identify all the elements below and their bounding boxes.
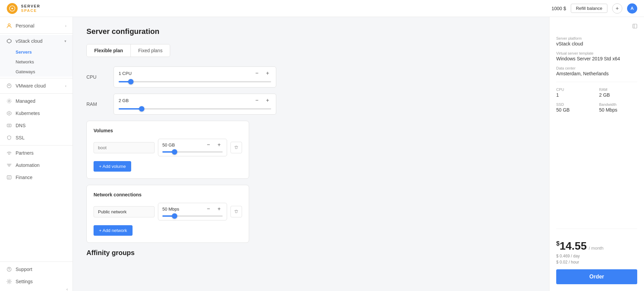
sidebar-item-kubernetes[interactable]: Kubernetes — [0, 107, 73, 119]
price-amount: 14.55 — [560, 240, 587, 252]
ram-decrement-button[interactable]: − — [253, 97, 260, 104]
sidebar-item-partners[interactable]: Partners — [0, 147, 73, 159]
svg-point-9 — [8, 153, 10, 155]
vstack-icon — [6, 38, 12, 44]
sidebar-item-vmware[interactable]: VMware cloud ‹ — [0, 80, 73, 92]
settings-label: Settings — [16, 279, 33, 284]
sidebar-item-finance[interactable]: Finance — [0, 171, 73, 183]
svg-rect-14 — [633, 24, 637, 28]
cpu-increment-button[interactable]: + — [264, 70, 271, 77]
price-hour: $ 0.02 / hour — [556, 260, 637, 265]
cpu-slider-track-wrap — [119, 79, 271, 84]
add-network-button[interactable]: + Add network — [94, 225, 133, 236]
plan-tabs: Flexible plan Fixed plans — [86, 44, 170, 57]
ram-increment-button[interactable]: + — [264, 97, 271, 104]
order-button[interactable]: Order — [556, 269, 637, 284]
vmware-icon — [6, 83, 12, 89]
ram-slider-track — [119, 108, 271, 110]
topbar-right: 1000 $ Refill balance + A — [551, 3, 637, 14]
ram-slider-track-wrap — [119, 106, 271, 112]
panel-ssd-item: SSD 50 GB — [556, 102, 595, 113]
volumes-card: Volumes 50 GB − + — [86, 121, 249, 179]
sidebar-item-settings[interactable]: Settings — [0, 275, 73, 288]
cpu-label: CPU — [86, 74, 114, 80]
sidebar-item-networks[interactable]: Networks — [16, 57, 73, 67]
affinity-title: Affinity groups — [86, 249, 536, 257]
ram-slider-fill — [119, 108, 142, 110]
sidebar-item-vstack[interactable]: vStack cloud ▾ — [0, 35, 73, 47]
ram-slider-thumb[interactable] — [139, 106, 144, 112]
network-delete-button[interactable] — [230, 206, 242, 217]
vstack-sub: Servers Networks Gateways — [0, 47, 73, 77]
sidebar-item-ssl[interactable]: SSL — [0, 132, 73, 144]
network-decrement-button[interactable]: − — [205, 205, 212, 213]
volume-slider-track-wrap — [162, 150, 223, 154]
dns-label: DNS — [16, 123, 26, 128]
tab-fixed[interactable]: Fixed plans — [131, 44, 170, 57]
sidebar-item-dns[interactable]: DNS — [0, 119, 73, 132]
panel-specs-grid: CPU 1 RAM 2 GB SSD 50 GB Bandwidth 50 Mb… — [556, 88, 637, 113]
sidebar: Personal › vStack cloud ▾ Servers Networ… — [0, 17, 73, 291]
panel-ssd-label: SSD — [556, 102, 595, 106]
network-card: Network connections Public network 50 Mb… — [86, 185, 249, 243]
volume-slider-thumb[interactable] — [172, 149, 177, 155]
ram-slider-container: 2 GB − + — [114, 94, 276, 115]
sidebar-item-servers[interactable]: Servers — [16, 47, 73, 57]
vstack-label: vStack cloud — [16, 38, 42, 44]
server-platform-label: Server platform — [556, 36, 637, 40]
sidebar-item-automation[interactable]: Automation — [0, 159, 73, 171]
plus-icon: + — [616, 5, 619, 12]
price-section: $14.55 / month $ 0.469 / day $ 0.02 / ho… — [556, 234, 637, 284]
network-row: Public network 50 Mbps − + — [94, 203, 242, 220]
cpu-slider-thumb[interactable] — [128, 79, 134, 84]
network-type-select[interactable]: Public network — [94, 206, 155, 217]
price-dollar: $ — [556, 240, 560, 247]
volume-row: 50 GB − + — [94, 139, 242, 156]
partners-icon — [6, 150, 12, 156]
volume-decrement-button[interactable]: − — [205, 141, 212, 149]
network-slider-thumb[interactable] — [172, 213, 177, 219]
avatar[interactable]: A — [627, 3, 637, 14]
network-slider-top: 50 Mbps − + — [162, 205, 223, 213]
add-volume-button[interactable]: + Add volume — [94, 161, 131, 172]
dns-icon — [6, 122, 12, 129]
panel-ram-item: RAM 2 GB — [599, 88, 638, 98]
sidebar-item-gateways[interactable]: Gateways — [16, 67, 73, 77]
panel-icon — [632, 24, 637, 28]
refill-balance-button[interactable]: Refill balance — [571, 4, 607, 13]
sidebar-item-managed[interactable]: Managed — [0, 95, 73, 107]
volume-delete-button[interactable] — [230, 142, 242, 153]
sidebar-item-support[interactable]: Support — [0, 263, 73, 275]
network-controls: − + — [205, 205, 223, 213]
sidebar-item-personal[interactable]: Personal › — [0, 20, 73, 32]
logo-area: SERVER SPACE — [7, 3, 40, 14]
add-button[interactable]: + — [612, 3, 622, 14]
vmware-label: VMware cloud — [16, 83, 46, 89]
network-increment-button[interactable]: + — [216, 205, 223, 213]
volumes-title: Volumes — [94, 128, 242, 133]
personal-arrow: › — [65, 24, 66, 28]
managed-label: Managed — [16, 98, 35, 104]
vstack-group: vStack cloud ▾ Servers Networks Gateways — [0, 35, 73, 77]
volume-controls: − + — [205, 141, 223, 149]
partners-label: Partners — [16, 150, 34, 156]
page-title: Server configuration — [86, 27, 536, 36]
panel-collapse-button[interactable] — [632, 24, 637, 30]
cpu-slider-top: 1 CPU − + — [119, 70, 271, 77]
trash-icon-network — [234, 209, 239, 214]
main-layout: Personal › vStack cloud ▾ Servers Networ… — [0, 17, 644, 291]
cpu-decrement-button[interactable]: − — [253, 70, 260, 77]
panel-cpu-item: CPU 1 — [556, 88, 595, 98]
divider-3 — [0, 93, 73, 94]
volume-increment-button[interactable]: + — [216, 141, 223, 149]
volume-name-input[interactable] — [94, 142, 155, 153]
logo-icon — [7, 3, 18, 14]
svg-rect-10 — [7, 176, 11, 179]
volume-slider-top: 50 GB − + — [162, 141, 223, 149]
ram-row: RAM 2 GB − + — [86, 94, 536, 115]
tab-flexible[interactable]: Flexible plan — [87, 44, 131, 57]
vmware-arrow: ‹ — [65, 84, 66, 88]
settings-icon — [6, 278, 12, 285]
panel-bandwidth-value: 50 Mbps — [599, 107, 638, 113]
personal-label: Personal — [16, 23, 34, 28]
